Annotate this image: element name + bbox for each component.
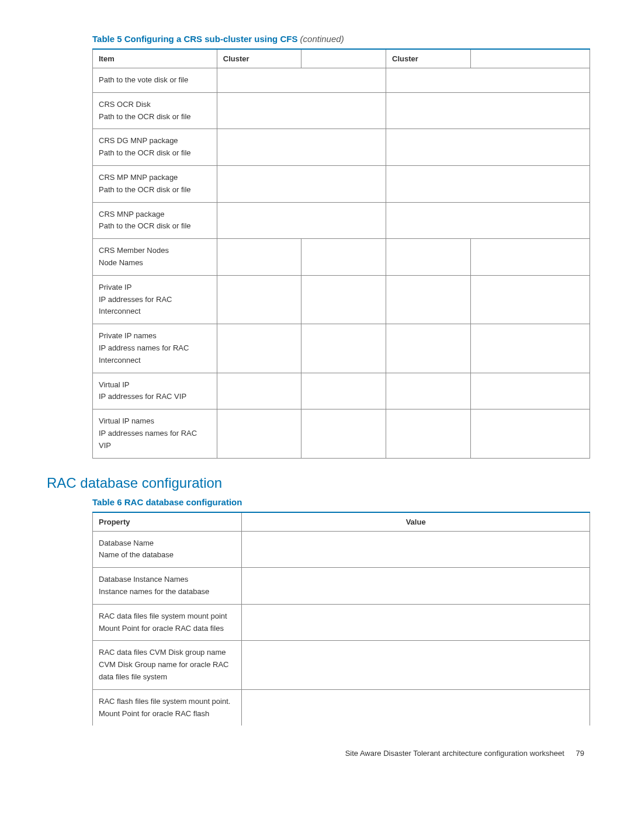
item-sub: Path to the OCR disk or file — [99, 111, 211, 123]
item-main: CRS MP MNP package — [99, 172, 211, 184]
cell — [386, 68, 590, 93]
item-sub: Path to the vote disk or file — [99, 74, 211, 86]
cell — [386, 409, 471, 458]
table-row: Path to the vote disk or file — [93, 68, 590, 93]
table5-th-cluster2b — [470, 49, 590, 68]
table5-caption-text: Table 5 Configuring a CRS sub-cluster us… — [92, 34, 297, 44]
table-row: Private IP IP addresses for RAC Intercon… — [93, 275, 590, 324]
item-sub: Name of the database — [99, 549, 235, 561]
cell — [470, 373, 590, 409]
cell — [386, 239, 471, 276]
cell — [242, 604, 590, 641]
table-row: CRS DG MNP package Path to the OCR disk … — [93, 129, 590, 166]
item-sub: CVM Disk Group name for oracle RAC data … — [99, 659, 235, 683]
item-main: Virtual IP names — [99, 415, 211, 428]
table-row: CRS OCR Disk Path to the OCR disk or fil… — [93, 92, 590, 129]
item-sub: Instance names for the database — [99, 586, 235, 598]
table-row: CRS MNP package Path to the OCR disk or … — [93, 202, 590, 239]
table6-caption: Table 6 RAC database configuration — [92, 497, 590, 507]
table-row: Database Instance Names Instance names f… — [93, 568, 590, 605]
item-main: Database Instance Names — [99, 574, 235, 586]
item-main: Private IP names — [99, 330, 211, 342]
cell — [301, 324, 386, 373]
cell — [386, 275, 471, 324]
cell — [217, 202, 386, 239]
item-main: CRS DG MNP package — [99, 135, 211, 147]
item-main: CRS MNP package — [99, 209, 211, 221]
item-main: Private IP — [99, 282, 211, 294]
item-sub: IP addresses names for RAC VIP — [99, 428, 211, 452]
table5-caption: Table 5 Configuring a CRS sub-cluster us… — [92, 34, 590, 44]
cell — [386, 202, 590, 239]
table5-continued: (continued) — [300, 34, 344, 44]
cell — [217, 92, 386, 129]
table-row: Virtual IP IP addresses for RAC VIP — [93, 373, 590, 409]
table6: Property Value Database Name Name of the… — [92, 512, 590, 726]
cell — [217, 275, 301, 324]
cell — [217, 165, 386, 202]
item-sub: Mount Point for oracle RAC data files — [99, 623, 235, 635]
item-sub: IP address names for RAC Interconnect — [99, 342, 211, 367]
cell — [301, 275, 386, 324]
cell — [386, 92, 590, 129]
cell — [470, 409, 590, 458]
table6-th-property: Property — [93, 512, 242, 532]
cell — [470, 275, 590, 324]
table-row: Database Name Name of the database — [93, 531, 590, 568]
cell — [217, 324, 301, 373]
table5: Item Cluster Cluster Path to the vote di… — [92, 48, 590, 459]
item-main: Virtual IP — [99, 379, 211, 391]
cell — [217, 409, 301, 458]
cell — [217, 129, 386, 166]
table-row: CRS MP MNP package Path to the OCR disk … — [93, 165, 590, 202]
item-sub: Mount Point for oracle RAC flash — [99, 708, 235, 720]
cell — [242, 568, 590, 605]
item-main: RAC data files CVM Disk group name — [99, 647, 235, 659]
cell — [242, 531, 590, 568]
item-main: RAC data files file system mount point — [99, 610, 235, 623]
table-row: RAC data files file system mount point M… — [93, 604, 590, 641]
table6-th-value: Value — [242, 512, 590, 532]
cell — [386, 324, 471, 373]
cell — [217, 373, 301, 409]
cell — [217, 239, 301, 276]
cell — [386, 129, 590, 166]
table-row: Virtual IP names IP addresses names for … — [93, 409, 590, 458]
table5-th-cluster2: Cluster — [386, 49, 471, 68]
item-sub: Path to the OCR disk or file — [99, 184, 211, 196]
cell — [301, 239, 386, 276]
table-row: RAC flash files file system mount point.… — [93, 689, 590, 726]
item-sub: IP addresses for RAC VIP — [99, 391, 211, 403]
cell — [242, 689, 590, 726]
footer-page: 79 — [576, 749, 584, 758]
table-row: CRS Member Nodes Node Names — [93, 239, 590, 276]
item-sub: Node Names — [99, 257, 211, 269]
table-row: RAC data files CVM Disk group name CVM D… — [93, 641, 590, 689]
table-row: Private IP names IP address names for RA… — [93, 324, 590, 373]
footer-text: Site Aware Disaster Tolerant architectur… — [345, 749, 564, 758]
item-sub: IP addresses for RAC Interconnect — [99, 294, 211, 318]
cell — [242, 641, 590, 689]
table5-th-cluster1: Cluster — [217, 49, 301, 68]
section-heading-rac: RAC database configuration — [47, 475, 590, 491]
cell — [470, 239, 590, 276]
page-footer: Site Aware Disaster Tolerant architectur… — [47, 749, 590, 758]
cell — [301, 409, 386, 458]
item-main: CRS OCR Disk — [99, 99, 211, 111]
item-main: CRS Member Nodes — [99, 245, 211, 257]
item-sub: Path to the OCR disk or file — [99, 147, 211, 159]
cell — [386, 373, 471, 409]
item-main: Database Name — [99, 537, 235, 550]
item-main: RAC flash files file system mount point. — [99, 696, 235, 708]
item-sub: Path to the OCR disk or file — [99, 220, 211, 232]
cell — [301, 373, 386, 409]
table5-th-cluster1b — [301, 49, 386, 68]
cell — [386, 165, 590, 202]
cell — [470, 324, 590, 373]
table5-th-item: Item — [93, 49, 217, 68]
cell — [217, 68, 386, 93]
